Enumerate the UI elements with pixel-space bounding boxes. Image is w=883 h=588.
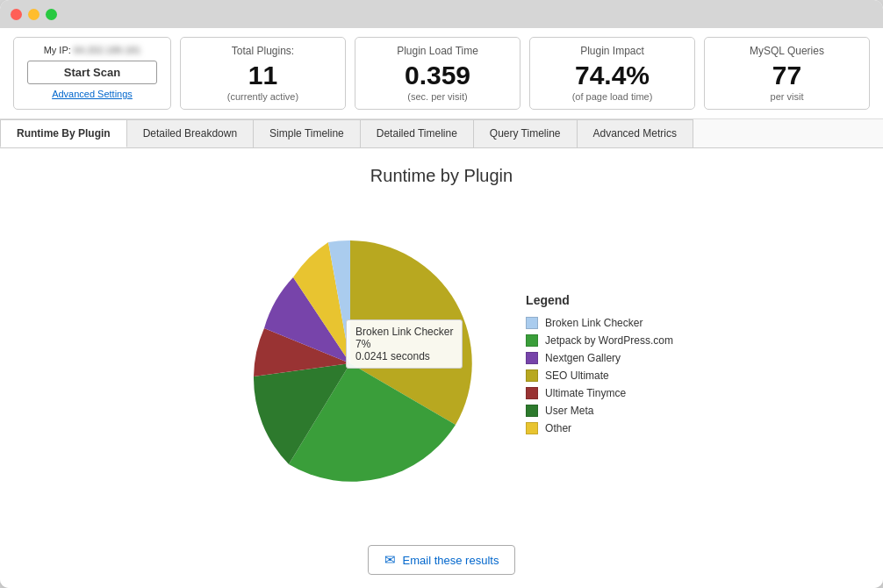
legend-item-3: SEO Ultimate [526,369,673,382]
legend-label-3: SEO Ultimate [545,369,609,382]
legend-color-1 [526,334,538,347]
legend-color-4 [526,387,538,399]
tab-runtime-by-plugin[interactable]: Runtime By Plugin [0,119,127,147]
metric-sub-1: (sec. per visit) [373,91,502,102]
metric-value-2: 74.4% [548,61,677,90]
legend-title: Legend [526,293,673,307]
advanced-settings-link[interactable]: Advanced Settings [27,89,157,99]
legend-label-1: Jetpack by WordPress.com [545,334,673,347]
legend-label-5: User Meta [545,405,593,417]
legend-label-4: Ultimate Tinymce [545,387,626,399]
start-scan-button[interactable]: Start Scan [27,61,157,84]
chart-title: Runtime by Plugin [370,166,513,186]
legend-color-5 [526,405,538,417]
legend-item-4: Ultimate Tinymce [526,387,673,399]
legend-item-1: Jetpack by WordPress.com [526,334,673,347]
metric-label-3: MySQL Queries [722,45,851,57]
metric-value-3: 77 [722,61,851,90]
legend-item-6: Other [526,422,673,434]
tab-advanced-metrics[interactable]: Advanced Metrics [578,119,693,147]
metric-total-plugins: Total Plugins: 11 (currently active) [180,37,346,110]
titlebar [0,0,883,28]
legend: Legend Broken Link Checker Jetpack by Wo… [526,293,673,434]
main-content: My IP: 64.202.189.181 Start Scan Advance… [0,28,883,588]
metric-label-2: Plugin Impact [548,45,677,57]
minimize-dot[interactable] [28,9,39,20]
legend-item-5: User Meta [526,405,673,417]
metric-label-0: Total Plugins: [198,45,327,57]
metric-load-time: Plugin Load Time 0.359 (sec. per visit) [355,37,520,110]
chart-area: Runtime by Plugin [0,148,883,536]
app-window: My IP: 64.202.189.181 Start Scan Advance… [0,0,883,588]
email-button-label: Email these results [403,554,499,567]
metric-value-1: 0.359 [373,61,502,90]
legend-item-0: Broken Link Checker [526,317,673,329]
email-button[interactable]: ✉ Email these results [368,545,516,575]
maximize-dot[interactable] [46,9,57,20]
legend-label-0: Broken Link Checker [545,317,643,329]
metric-impact: Plugin Impact 74.4% (of page load time) [529,37,695,110]
metric-mysql: MySQL Queries 77 per visit [704,37,870,110]
legend-label-6: Other [545,422,571,434]
email-icon: ✉ [384,552,396,568]
legend-color-6 [526,422,538,434]
metric-value-0: 11 [198,61,327,90]
legend-color-3 [526,369,538,382]
tab-simple-timeline[interactable]: Simple Timeline [254,119,361,147]
chart-container: Broken Link Checker 7% 0.0241 seconds Le… [210,199,673,527]
legend-item-2: Nextgen Gallery [526,352,673,364]
close-dot[interactable] [11,9,22,20]
tab-detailed-timeline[interactable]: Detailed Timeline [361,119,474,147]
pie-chart: Broken Link Checker 7% 0.0241 seconds [210,223,491,504]
tab-detailed-breakdown[interactable]: Detailed Breakdown [127,119,254,147]
top-bar: My IP: 64.202.189.181 Start Scan Advance… [0,28,883,119]
metric-sub-0: (currently active) [198,91,327,102]
tab-query-timeline[interactable]: Query Timeline [474,119,578,147]
legend-color-0 [526,317,538,329]
legend-color-2 [526,352,538,364]
metric-sub-3: per visit [722,91,851,102]
tab-bar: Runtime By Plugin Detailed Breakdown Sim… [0,119,883,148]
ip-box: My IP: 64.202.189.181 Start Scan Advance… [13,37,171,110]
metric-label-1: Plugin Load Time [373,45,502,57]
my-ip-label: My IP: 64.202.189.181 [27,45,157,55]
email-row: ✉ Email these results [0,536,883,588]
legend-label-2: Nextgen Gallery [545,352,621,364]
pie-svg [210,223,491,504]
metric-sub-2: (of page load time) [548,91,677,102]
